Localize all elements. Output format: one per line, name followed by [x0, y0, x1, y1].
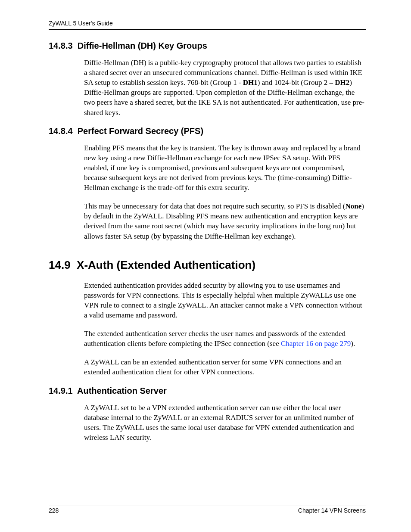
paragraph: Enabling PFS means that the key is trans…: [84, 143, 366, 193]
text: ).: [351, 339, 355, 348]
text: ) and 1024-bit (Group 2 –: [258, 78, 335, 87]
heading-number: 14.8.4: [49, 126, 73, 136]
heading-number: 14.8.3: [49, 41, 73, 50]
heading-14-9-1: 14.9.1 Authentication Server: [49, 386, 366, 396]
heading-number: 14.9: [49, 258, 71, 271]
heading-title: Diffie-Hellman (DH) Key Groups: [78, 41, 207, 50]
paragraph: A ZyWALL set to be a VPN extended authen…: [84, 403, 366, 442]
paragraph: A ZyWALL can be an extended authenticati…: [84, 357, 366, 377]
body-14-9-1: A ZyWALL set to be a VPN extended authen…: [84, 403, 366, 442]
heading-title: Perfect Forward Secrecy (PFS): [78, 126, 203, 136]
heading-14-9: 14.9 X-Auth (Extended Authentication): [49, 258, 366, 272]
heading-title: Authentication Server: [77, 386, 167, 395]
bold-text: DH1: [243, 78, 258, 87]
heading-14-8-3: 14.8.3 Diffie-Hellman (DH) Key Groups: [49, 41, 366, 51]
paragraph: The extended authentication server check…: [84, 329, 366, 348]
text: This may be unnecessary for data that do…: [84, 202, 346, 210]
paragraph: This may be unnecessary for data that do…: [84, 201, 366, 241]
cross-reference-link[interactable]: Chapter 16 on page 279: [281, 339, 351, 348]
running-head: ZyWALL 5 User's Guide: [49, 20, 366, 30]
body-14-9: Extended authentication provides added s…: [84, 280, 366, 377]
chapter-label: Chapter 14 VPN Screens: [298, 507, 366, 514]
heading-number: 14.9.1: [49, 386, 73, 395]
body-14-8-3: Diffie-Hellman (DH) is a public-key cryp…: [84, 58, 366, 118]
heading-title: X-Auth (Extended Authentication): [77, 258, 255, 271]
paragraph: Extended authentication provides added s…: [84, 280, 366, 320]
page-number: 228: [49, 507, 59, 514]
page-footer: 228 Chapter 14 VPN Screens: [49, 505, 366, 514]
bold-text: DH2: [335, 78, 349, 87]
bold-text: None: [346, 202, 362, 210]
heading-14-8-4: 14.8.4 Perfect Forward Secrecy (PFS): [49, 126, 366, 136]
paragraph: Diffie-Hellman (DH) is a public-key cryp…: [84, 58, 366, 118]
page: ZyWALL 5 User's Guide 14.8.3 Diffie-Hell…: [0, 0, 411, 532]
body-14-8-4: Enabling PFS means that the key is trans…: [84, 143, 366, 241]
